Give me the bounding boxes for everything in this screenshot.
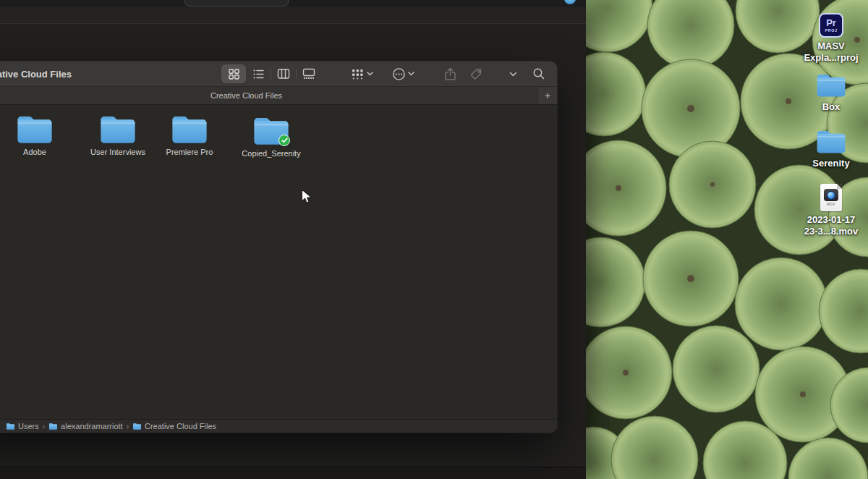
more-actions-button[interactable] — [392, 64, 414, 83]
desktop-icon-label: Box — [822, 101, 841, 113]
desktop-icon-box[interactable]: Box — [791, 72, 868, 113]
view-switcher — [221, 64, 321, 83]
folder-premiere-pro[interactable]: Premiere Pro — [150, 114, 229, 156]
browser-avatar-icon[interactable] — [564, 0, 576, 4]
path-separator: › — [43, 423, 45, 431]
finder-window[interactable]: Creative Cloud Files — [0, 62, 557, 433]
chevron-down-icon — [408, 72, 414, 76]
desktop-icon-label: Serenity — [812, 158, 849, 169]
finder-tab-bar: Creative Cloud Files + — [0, 86, 557, 105]
group-by-button[interactable] — [351, 64, 373, 83]
folder-label: User Interviews — [90, 148, 145, 156]
browser-window-edge — [0, 0, 586, 7]
folder-copied-serenity[interactable]: Copied_Serenity — [231, 115, 311, 158]
folder-icon — [98, 114, 138, 145]
finder-content-area[interactable]: Adobe User Interviews Premiere Pro Copie… — [0, 105, 557, 419]
mouse-cursor — [301, 189, 313, 208]
path-segment-creative-cloud-files[interactable]: Creative Cloud Files — [132, 422, 216, 431]
folder-adobe[interactable]: Adobe — [0, 114, 75, 156]
desktop-icon-serenity[interactable]: Serenity — [791, 129, 868, 169]
folder-icon — [251, 115, 292, 147]
folder-label: Copied_Serenity — [242, 149, 300, 158]
premiere-badge-text: Pr — [826, 18, 836, 27]
address-bar-stub[interactable] — [184, 0, 289, 7]
desktop-icon-mov-file[interactable]: MOV 2023-01-17 23-3...8.mov — [791, 184, 868, 237]
quicktime-logo — [824, 189, 838, 201]
folder-icon — [814, 129, 848, 155]
mov-badge-text: MOV — [827, 203, 835, 206]
icons-view-button[interactable] — [221, 64, 246, 83]
desktop-icon-masv-project[interactable]: Pr PROJ MASV Expla...rproj — [791, 13, 868, 64]
folder-label: Premiere Pro — [166, 148, 213, 156]
folder-icon — [132, 423, 142, 431]
background-window-bottom-band — [0, 467, 586, 479]
ellipsis-circle-icon — [392, 67, 406, 81]
icons-view-icon — [228, 68, 240, 80]
synced-check-badge — [278, 135, 290, 146]
chevron-down-icon — [367, 72, 373, 76]
gallery-view-icon — [302, 68, 315, 80]
folder-icon — [14, 114, 55, 145]
share-icon — [444, 67, 456, 81]
premiere-pro-file-icon: Pr PROJ — [819, 13, 843, 38]
tags-button[interactable] — [470, 64, 483, 83]
list-view-button[interactable] — [246, 64, 271, 83]
tab-creative-cloud-files[interactable]: Creative Cloud Files — [0, 87, 537, 104]
desktop-icon-label: 2023-01-17 23-3...8.mov — [804, 214, 858, 237]
tag-icon — [470, 67, 483, 80]
columns-view-icon — [277, 68, 290, 80]
new-tab-button[interactable]: + — [537, 87, 557, 104]
folder-user-interviews[interactable]: User Interviews — [78, 114, 158, 156]
folder-icon — [48, 423, 58, 431]
columns-view-button[interactable] — [271, 64, 296, 83]
path-separator: › — [127, 423, 129, 431]
folder-icon — [6, 423, 15, 431]
folder-icon — [169, 114, 210, 145]
desktop-icon-label: MASV Expla...rproj — [804, 41, 858, 64]
path-segment-user-home[interactable]: alexandramarriott — [48, 422, 123, 431]
dogear — [837, 184, 842, 189]
plus-icon: + — [545, 90, 550, 101]
window-title: Creative Cloud Files — [0, 62, 72, 86]
search-icon — [532, 67, 545, 80]
folder-icon — [814, 72, 848, 98]
list-view-icon — [252, 68, 265, 80]
premiere-badge-subtext: PROJ — [825, 28, 838, 33]
background-window-titlebar — [0, 7, 586, 24]
checkmark-icon — [281, 137, 288, 143]
gallery-view-button[interactable] — [297, 64, 321, 83]
share-button[interactable] — [444, 64, 456, 83]
chevron-down-icon — [509, 72, 517, 77]
toolbar-overflow-chevron[interactable] — [509, 64, 517, 83]
finder-path-bar: Users › alexandramarriott › Creative Clo… — [0, 419, 557, 433]
quicktime-file-icon: MOV — [820, 184, 842, 211]
tab-label: Creative Cloud Files — [210, 91, 282, 100]
folder-label: Adobe — [23, 148, 46, 156]
search-button[interactable] — [532, 64, 545, 83]
group-by-icon — [351, 68, 365, 80]
path-segment-users[interactable]: Users — [6, 422, 39, 431]
finder-toolbar: Creative Cloud Files — [0, 62, 557, 86]
